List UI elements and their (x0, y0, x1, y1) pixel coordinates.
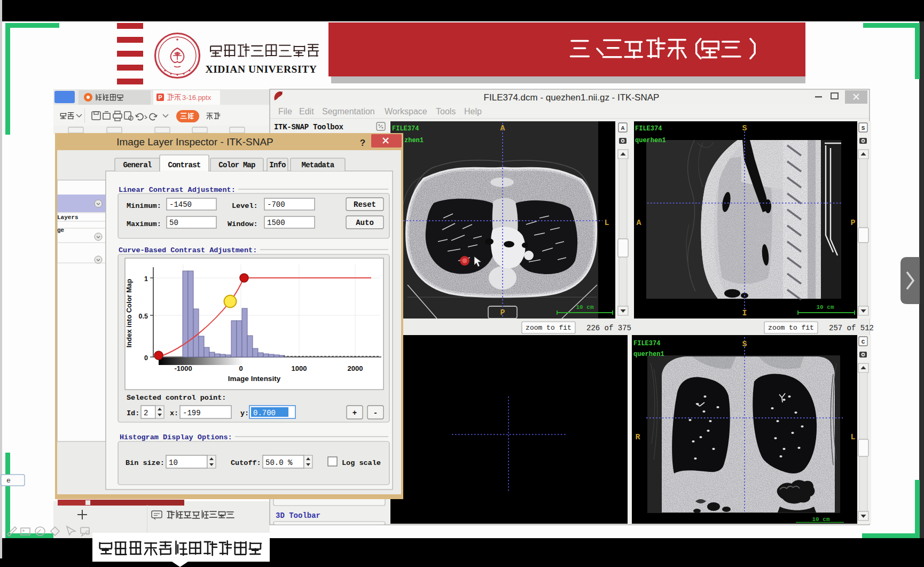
svg-text:P: P (850, 219, 855, 228)
svg-text:ITK-SNAP Toolbox: ITK-SNAP Toolbox (274, 123, 344, 131)
svg-text:0.700: 0.700 (253, 409, 276, 417)
svg-text:R: R (635, 433, 640, 442)
svg-text:zhen1: zhen1 (404, 137, 424, 144)
svg-text:Color Map: Color Map (218, 161, 255, 169)
svg-text:0: 0 (144, 354, 148, 362)
svg-text:Maximum:: Maximum: (127, 220, 161, 228)
svg-text:Workspace: Workspace (385, 107, 427, 116)
svg-text:0: 0 (239, 364, 242, 372)
svg-text:L: L (604, 219, 609, 228)
svg-text:-199: -199 (183, 409, 201, 417)
svg-text:3-16.pptx: 3-16.pptx (182, 94, 212, 102)
svg-text:y:: y: (240, 409, 249, 417)
svg-text:Layers: Layers (57, 214, 79, 221)
svg-text:Info: Info (269, 161, 286, 169)
svg-text:P: P (500, 308, 505, 317)
svg-text:querhen1: querhen1 (633, 351, 664, 358)
svg-text:0.5: 0.5 (139, 313, 148, 320)
svg-text:10 cm: 10 cm (812, 516, 829, 523)
svg-text:S: S (742, 124, 747, 133)
svg-text:S: S (742, 340, 747, 349)
svg-text:Id:: Id: (127, 409, 139, 417)
svg-text:Metadata: Metadata (302, 161, 335, 169)
svg-text:50.0 %: 50.0 % (265, 459, 293, 467)
svg-text:Cutoff:: Cutoff: (231, 459, 261, 467)
svg-text:Window:: Window: (228, 220, 258, 228)
svg-text:I: I (742, 309, 747, 318)
svg-text:FILE374: FILE374 (392, 125, 419, 133)
svg-text:-: - (373, 409, 378, 417)
svg-text:A: A (621, 125, 625, 131)
svg-text:General: General (123, 161, 152, 169)
svg-text:Auto: Auto (356, 219, 374, 227)
svg-text:Index into Color Map: Index into Color Map (125, 279, 133, 348)
svg-text:L: L (850, 433, 855, 442)
svg-text:1500: 1500 (267, 219, 285, 227)
svg-text:Bin size:: Bin size: (126, 459, 165, 467)
svg-text:1: 1 (144, 275, 148, 283)
svg-text:Tools: Tools (436, 107, 456, 116)
svg-text:Histogram Display Options:: Histogram Display Options: (120, 433, 232, 441)
svg-text:C: C (862, 339, 865, 345)
svg-text:Help: Help (464, 107, 482, 116)
svg-text:257 of 512: 257 of 512 (829, 324, 874, 332)
svg-text:FILE374.dcm - quezhen1.nii.gz: FILE374.dcm - quezhen1.nii.gz - ITK-SNAP (484, 92, 660, 103)
svg-text:3D Toolbar: 3D Toolbar (276, 511, 320, 520)
svg-text:zoom to fit: zoom to fit (526, 324, 571, 332)
svg-text:226 of 375: 226 of 375 (586, 324, 631, 332)
svg-text:2000: 2000 (348, 364, 363, 372)
svg-text:FILE374: FILE374 (633, 340, 660, 347)
svg-text:-1450: -1450 (169, 200, 192, 209)
svg-text:10 cm: 10 cm (816, 304, 834, 310)
svg-text:Selected control point:: Selected control point: (127, 394, 226, 402)
svg-text:XIDIAN UNIVERSITY: XIDIAN UNIVERSITY (205, 64, 317, 75)
svg-text:Linear Contrast Adjustment:: Linear Contrast Adjustment: (119, 186, 236, 194)
svg-text:10 cm: 10 cm (576, 304, 593, 310)
svg-text:-1000: -1000 (174, 364, 192, 372)
svg-text:S: S (862, 125, 865, 131)
svg-text:x:: x: (170, 409, 178, 417)
svg-text:?: ? (360, 138, 365, 148)
svg-text:querhen1: querhen1 (635, 137, 666, 144)
svg-text:A: A (500, 124, 505, 133)
svg-text:2: 2 (144, 409, 148, 417)
svg-text:Image Layer Inspector - ITK-SN: Image Layer Inspector - ITK-SNAP (116, 136, 273, 147)
svg-text:10: 10 (169, 459, 178, 467)
svg-text:+: + (353, 409, 357, 417)
svg-text:Image Intensity: Image Intensity (228, 375, 281, 383)
svg-text:FILE374: FILE374 (635, 125, 662, 133)
svg-text:Reset: Reset (354, 200, 376, 209)
svg-text:File: File (278, 107, 292, 116)
svg-text:-700: -700 (267, 200, 285, 209)
svg-text:e: e (6, 477, 11, 485)
svg-text:A: A (636, 219, 641, 228)
svg-text:50: 50 (169, 219, 178, 227)
svg-text:ge: ge (57, 227, 65, 234)
svg-text:1000: 1000 (292, 364, 307, 372)
svg-text:Level:: Level: (232, 202, 258, 210)
svg-text:P: P (158, 94, 162, 100)
svg-text:Contrast: Contrast (168, 161, 201, 169)
svg-text:Minimum:: Minimum: (127, 202, 161, 210)
svg-text:Edit: Edit (299, 107, 314, 116)
svg-text:zoom to fit: zoom to fit (768, 324, 814, 332)
svg-text:Segmentation: Segmentation (322, 107, 375, 116)
svg-text:Log scale: Log scale (342, 459, 381, 467)
svg-text:Curve-Based Contrast Adjustmen: Curve-Based Contrast Adjustment: (119, 246, 257, 254)
